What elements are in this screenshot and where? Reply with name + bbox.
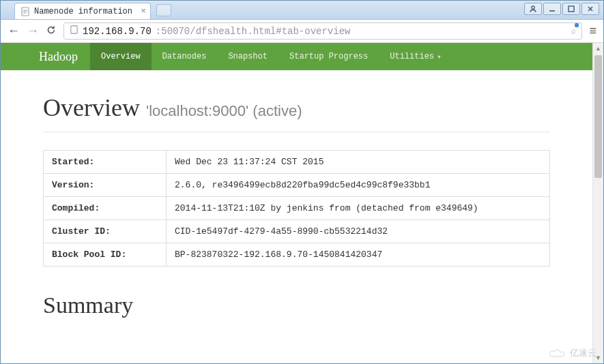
new-tab-button[interactable] [156, 4, 171, 16]
table-row: Block Pool ID:BP-823870322-192.168.9.70-… [44, 243, 550, 267]
vertical-scrollbar[interactable]: ▲ ▼ [592, 43, 603, 363]
scroll-thumb[interactable] [594, 55, 602, 178]
user-icon[interactable] [524, 3, 542, 15]
browser-tab[interactable]: Namenode information × [14, 3, 151, 19]
summary-heading: Summary [43, 292, 550, 318]
reload-button[interactable] [46, 25, 57, 37]
close-tab-icon[interactable]: × [141, 6, 146, 16]
close-window-button[interactable] [581, 3, 599, 15]
favicon [20, 7, 30, 16]
svg-point-4 [532, 6, 534, 9]
nav-startup-progress[interactable]: Startup Progress [278, 43, 379, 70]
url-bar[interactable]: 192.168.9.70:50070/dfshealth.html#tab-ov… [63, 22, 582, 40]
page-icon [70, 25, 78, 37]
url-path: :50070/dfshealth.html#tab-overview [156, 26, 351, 37]
browser-toolbar: ← → 192.168.9.70:50070/dfshealth.html#ta… [1, 20, 603, 43]
browser-window: Namenode information × ← → [0, 0, 604, 364]
brand[interactable]: Hadoop [39, 43, 90, 70]
nav-snapshot[interactable]: Snapshot [217, 43, 278, 70]
table-row: Started:Wed Dec 23 11:37:24 CST 2015 [44, 151, 550, 174]
chevron-down-icon: ▼ [437, 54, 441, 60]
url-host: 192.168.9.70 [83, 26, 152, 37]
overview-table: Started:Wed Dec 23 11:37:24 CST 2015 Ver… [43, 150, 550, 267]
watermark: 亿速云 [549, 347, 596, 359]
page-content: Hadoop Overview Datanodes Snapshot Start… [1, 43, 592, 363]
nav-datanodes[interactable]: Datanodes [152, 43, 218, 70]
svg-rect-9 [71, 26, 77, 33]
table-row: Cluster ID:CID-1e5497df-4279-4a55-8990-c… [44, 220, 550, 243]
forward-button: → [27, 24, 39, 38]
page-subtitle: 'localhost:9000' (active) [146, 102, 302, 119]
maximize-button[interactable] [562, 3, 580, 15]
page-title: Overview 'localhost:9000' (active) [43, 93, 550, 122]
back-button[interactable]: ← [8, 24, 20, 38]
chrome-menu-icon[interactable]: ≡ [589, 24, 596, 38]
app-navbar: Hadoop Overview Datanodes Snapshot Start… [1, 43, 592, 70]
minimize-button[interactable] [543, 3, 561, 15]
table-row: Version:2.6.0, re3496499ecb8d220fba99dc5… [44, 174, 550, 197]
nav-overview[interactable]: Overview [90, 43, 152, 70]
bookmark-icon[interactable]: ☆ [571, 25, 576, 37]
svg-rect-6 [569, 6, 574, 12]
nav-utilities[interactable]: Utilities▼ [379, 43, 452, 70]
table-row: Compiled:2014-11-13T21:10Z by jenkins fr… [44, 197, 550, 220]
divider [43, 132, 550, 132]
scroll-up-icon[interactable]: ▲ [593, 43, 603, 54]
tab-title: Namenode information [34, 7, 132, 16]
titlebar: Namenode information × [1, 1, 603, 20]
